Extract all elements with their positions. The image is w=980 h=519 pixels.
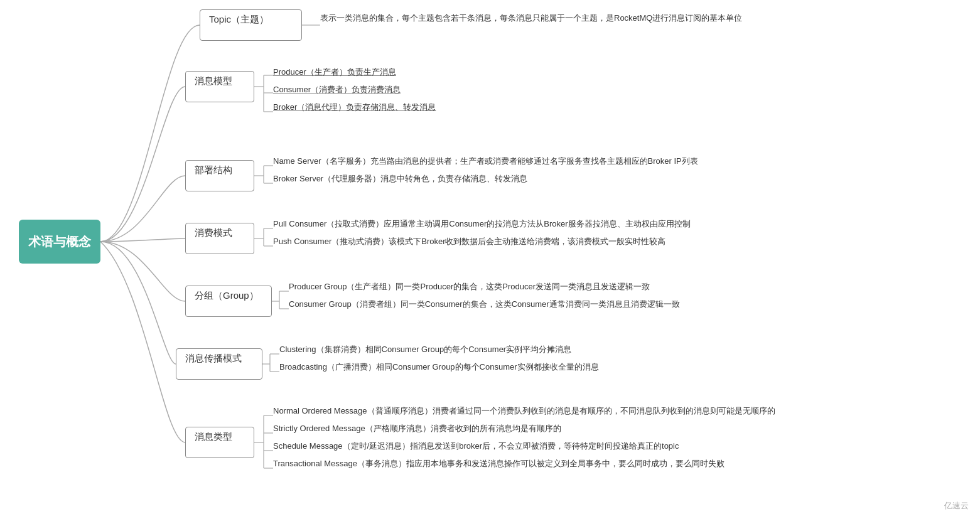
watermark: 亿速云: [944, 500, 969, 511]
leaf-text-topic-0: 表示一类消息的集合，每个主题包含若干条消息，每条消息只能属于一个主题，是Rock…: [320, 13, 742, 24]
branch-node-group: 分组（Group）: [185, 286, 272, 317]
branch-node-message-type: 消息类型: [185, 427, 254, 458]
leaf-text-message-type-0: Normal Ordered Message（普通顺序消息）消费者通过同一个消费…: [273, 405, 775, 417]
leaf-text-group-0: Producer Group（生产者组）同一类Producer的集合，这类Pro…: [289, 281, 650, 292]
center-label: 术语与概念: [28, 233, 91, 250]
leaf-text-message-type-1: Strictly Ordered Message（严格顺序消息）消费者收到的所有…: [273, 423, 561, 434]
center-node: 术语与概念: [19, 220, 100, 264]
leaf-text-broadcast-mode-0: Clustering（集群消费）相同Consumer Group的每个Consu…: [279, 344, 571, 355]
leaf-text-consume-mode-0: Pull Consumer（拉取式消费）应用通常主动调用Consumer的拉消息…: [273, 218, 691, 230]
branch-node-broadcast-mode: 消息传播模式: [176, 348, 262, 380]
leaf-text-message-type-2: Schedule Message（定时/延迟消息）指消息发送到broker后，不…: [273, 441, 679, 452]
branch-node-topic: Topic（主题）: [200, 9, 302, 41]
leaf-text-group-1: Consumer Group（消费者组）同一类Consumer的集合，这类Con…: [289, 299, 680, 310]
leaf-text-message-model-0: Producer（生产者）负责生产消息: [273, 67, 396, 78]
leaf-text-message-type-3: Transactional Message（事务消息）指应用本地事务和发送消息操…: [273, 458, 724, 469]
leaf-text-message-model-1: Consumer（消费者）负责消费消息: [273, 84, 401, 95]
leaf-text-deploy-structure-1: Broker Server（代理服务器）消息中转角色，负责存储消息、转发消息: [273, 173, 527, 185]
leaf-text-consume-mode-1: Push Consumer（推动式消费）该模式下Broker收到数据后会主动推送…: [273, 236, 666, 247]
leaf-text-deploy-structure-0: Name Server（名字服务）充当路由消息的提供者；生产者或消费者能够通过名…: [273, 156, 698, 167]
leaf-text-broadcast-mode-1: Broadcasting（广播消费）相同Consumer Group的每个Con…: [279, 361, 599, 373]
canvas: 术语与概念 Topic（主题）表示一类消息的集合，每个主题包含若干条消息，每条消…: [0, 0, 980, 519]
branch-node-message-model: 消息模型: [185, 71, 254, 102]
branch-node-consume-mode: 消费模式: [185, 223, 254, 254]
branch-node-deploy-structure: 部署结构: [185, 160, 254, 191]
leaf-text-message-model-2: Broker（消息代理）负责存储消息、转发消息: [273, 102, 436, 113]
